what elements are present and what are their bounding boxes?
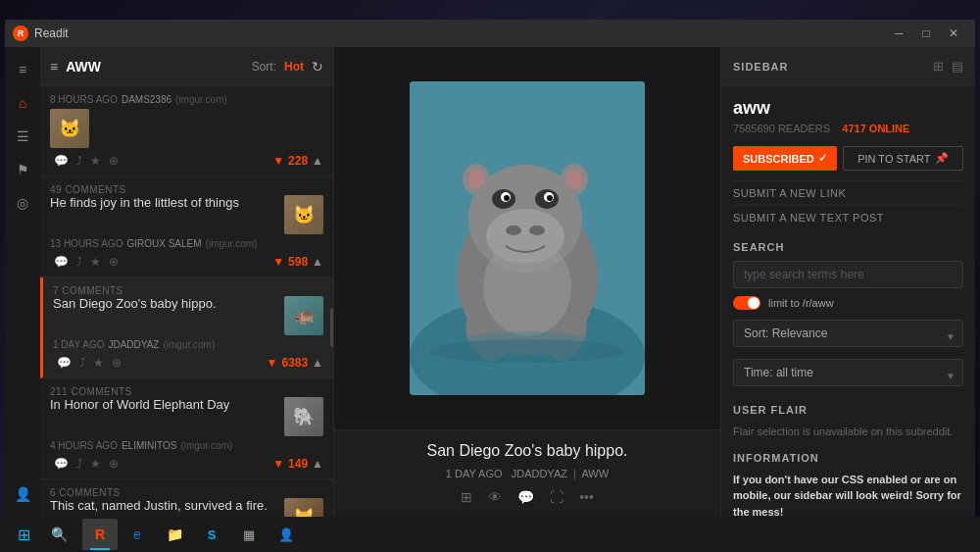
vote-up-icon[interactable]: ▲	[312, 255, 323, 269]
sort-select-wrapper: Sort: Relevance Sort: New Sort: Top ▼	[733, 320, 963, 353]
app-icon: R	[13, 25, 28, 41]
sidebar-grid-icon[interactable]: ⊞	[933, 59, 944, 74]
app-window: R Readit ─ □ ✕ ≡ ⌂ ☰ ⚑ ◎	[5, 20, 975, 517]
title-bar: R Readit ─ □ ✕	[5, 20, 975, 47]
taskbar-app-skype[interactable]: S	[194, 519, 229, 550]
main-content: San Diego Zoo's baby hippo. 1 DAY AGO JD…	[334, 47, 720, 517]
comments-action-btn[interactable]: 💬	[517, 489, 534, 505]
post-actions: 💬 ⤴ ★ ⊕ ▼ 228 ▲	[50, 154, 323, 168]
share-action-icon[interactable]: ⤴	[76, 154, 82, 168]
app-body: ≡ ⌂ ☰ ⚑ ◎ 👤 ≡ AWW	[5, 47, 975, 517]
taskbar-apps: R e 📁 S ▦ 👤	[82, 519, 304, 550]
nav-circle[interactable]: ◎	[8, 188, 37, 218]
more-action-icon[interactable]: ⊕	[109, 255, 119, 269]
svg-point-14	[468, 170, 484, 189]
start-button[interactable]: ⊞	[8, 519, 39, 550]
post-item[interactable]: 8 HOURS AGO DAMS2386 (imgur.com) 🐱 💬	[40, 86, 333, 176]
post-action-icons: 💬 ⤴ ★ ⊕	[57, 356, 122, 370]
posts-scroll-area: 8 HOURS AGO DAMS2386 (imgur.com) 🐱 💬	[40, 86, 333, 517]
save-action-icon[interactable]: ★	[90, 457, 101, 471]
post-thumbnail: 🐘	[284, 397, 323, 436]
vote-down-icon[interactable]: ▼	[272, 154, 284, 168]
list-hamburger-icon[interactable]: ≡	[50, 59, 58, 75]
more-action-icon[interactable]: ⊕	[112, 356, 122, 370]
save-action-icon[interactable]: ★	[90, 255, 101, 269]
minimize-button[interactable]: ─	[885, 20, 912, 47]
nav-list[interactable]: ☰	[8, 122, 37, 151]
sidebar-header: SIDEBAR ⊞ ▤	[721, 47, 975, 86]
search-input[interactable]	[733, 261, 963, 288]
pin-icon: 📌	[935, 152, 949, 165]
vote-up-icon[interactable]: ▲	[312, 356, 323, 370]
more-action-btn[interactable]: •••	[579, 489, 594, 505]
gallery-icon: ⊞	[461, 489, 472, 505]
comment-action-icon[interactable]: 💬	[54, 154, 69, 168]
sidebar-buttons: SUBSCRIBED ✓ PIN TO START 📌	[733, 146, 963, 171]
toggle-switch[interactable]	[733, 296, 760, 310]
title-bar-left: R Readit	[13, 25, 69, 41]
post-actions: 💬 ⤴ ★ ⊕ ▼ 6383 ▲	[53, 356, 323, 370]
gallery-action-btn[interactable]: ⊞	[461, 489, 472, 505]
more-action-icon[interactable]: ⊕	[109, 457, 119, 471]
post-meta: 13 HOURS AGO GIROUX SALEM (imgur.com)	[50, 238, 323, 249]
view-action-btn[interactable]: 👁	[488, 489, 502, 505]
nav-hamburger[interactable]: ≡	[8, 55, 37, 84]
taskbar-app-readit[interactable]: R	[82, 519, 118, 550]
close-button[interactable]: ✕	[940, 20, 967, 47]
post-meta: 1 DAY AGO JDADDYAZ (imgur.com)	[53, 339, 323, 350]
content-post-title: San Diego Zoo's baby hippo.	[354, 442, 701, 460]
subscribed-button[interactable]: SUBSCRIBED ✓	[733, 146, 837, 171]
taskbar-app-app2[interactable]: 👤	[269, 519, 304, 550]
content-image-area	[334, 47, 720, 429]
comment-action-icon[interactable]: 💬	[57, 356, 72, 370]
search-button[interactable]: 🔍	[43, 519, 74, 550]
pin-to-start-button[interactable]: PIN TO START 📌	[843, 146, 963, 171]
share-action-icon[interactable]: ⤴	[79, 356, 85, 370]
nav-home[interactable]: ⌂	[8, 88, 37, 118]
maximize-button[interactable]: □	[912, 20, 940, 47]
nav-tag[interactable]: ⚑	[8, 155, 37, 184]
post-item[interactable]: 49 COMMENTS He finds joy in the littlest…	[40, 176, 333, 277]
content-actions: ⊞ 👁 💬 ⛶ •••	[354, 489, 701, 505]
sort-select[interactable]: Sort: Relevance Sort: New Sort: Top	[733, 320, 963, 347]
post-item[interactable]: 6 COMMENTS This cat, named Justin, survi…	[40, 479, 333, 517]
taskbar-app-folder[interactable]: 📁	[157, 519, 192, 550]
share-action-icon[interactable]: ⤴	[76, 457, 82, 471]
post-item[interactable]: 211 COMMENTS In Honor of World Elephant …	[40, 378, 333, 479]
post-action-icons: 💬 ⤴ ★ ⊕	[54, 457, 119, 471]
submit-text-button[interactable]: SUBMIT A NEW TEXT POST	[733, 205, 963, 229]
vote-up-icon[interactable]: ▲	[312, 154, 323, 168]
post-title: San Diego Zoo's baby hippo.	[53, 296, 276, 313]
expand-action-btn[interactable]: ⛶	[550, 489, 564, 505]
vote-up-icon[interactable]: ▲	[312, 457, 323, 471]
post-title-row: 🐱	[50, 109, 323, 148]
sidebar-body: aww 7585690 READERS 4717 ONLINE SUBSCRIB…	[721, 86, 975, 517]
taskbar-app-edge[interactable]: e	[120, 519, 155, 550]
nav-user[interactable]: 👤	[8, 479, 37, 509]
svg-point-16	[566, 170, 582, 189]
post-title-row: In Honor of World Elephant Day 🐘	[50, 397, 323, 436]
save-action-icon[interactable]: ★	[93, 356, 104, 370]
sort-value[interactable]: Hot	[284, 60, 304, 74]
submit-link-button[interactable]: SUBMIT A NEW LINK	[733, 180, 963, 205]
vote-down-icon[interactable]: ▼	[267, 356, 278, 370]
post-time: 1 DAY AGO	[446, 468, 503, 479]
share-action-icon[interactable]: ⤴	[76, 255, 82, 269]
taskbar-app-app1[interactable]: ▦	[231, 519, 267, 550]
comment-action-icon[interactable]: 💬	[54, 457, 69, 471]
refresh-icon[interactable]: ↻	[312, 59, 323, 75]
subreddit-title: AWW	[66, 59, 243, 75]
tag-icon: ⚑	[17, 162, 29, 177]
time-select[interactable]: Time: all time Time: past hour Time: pas…	[733, 359, 963, 386]
more-action-icon[interactable]: ⊕	[109, 154, 119, 168]
post-item-active[interactable]: 7 COMMENTS San Diego Zoo's baby hippo. 🦛…	[40, 277, 333, 378]
comment-action-icon[interactable]: 💬	[54, 255, 69, 269]
vote-down-icon[interactable]: ▼	[272, 457, 284, 471]
hippo-svg	[410, 81, 645, 395]
sidebar-list-icon[interactable]: ▤	[952, 59, 963, 74]
vote-count: 598	[288, 255, 308, 269]
save-action-icon[interactable]: ★	[90, 154, 101, 168]
vote-down-icon[interactable]: ▼	[272, 255, 284, 269]
more-icon: •••	[579, 489, 594, 505]
title-bar-controls: ─ □ ✕	[885, 20, 967, 47]
